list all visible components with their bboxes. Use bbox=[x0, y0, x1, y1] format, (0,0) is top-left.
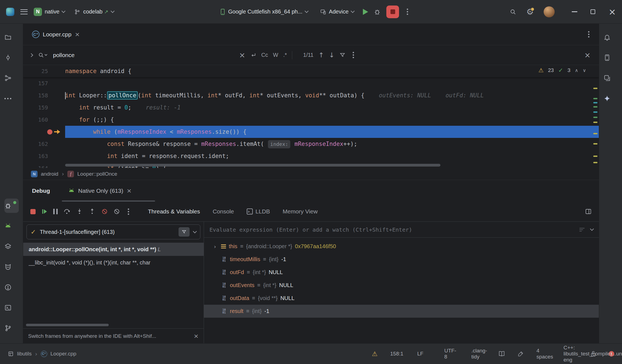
main-menu-button[interactable] bbox=[20, 9, 28, 14]
indent-widget[interactable]: 4 spaces bbox=[536, 347, 551, 361]
toolchain-widget[interactable]: C++: libutils_test_compile|...unk_stagin… bbox=[563, 347, 578, 361]
debug-tab-console[interactable]: Console bbox=[213, 208, 234, 215]
code-line[interactable]: 158int Looper::pollOnce(int timeoutMilli… bbox=[23, 89, 599, 101]
status-file[interactable]: Looper.cpp bbox=[50, 351, 76, 357]
close-find-bar-icon[interactable]: × bbox=[584, 51, 591, 59]
evaluate-expression-input[interactable]: Evaluate expression (Enter) or add a wat… bbox=[204, 222, 599, 238]
debug-tab-threads-variables[interactable]: Threads & Variables bbox=[148, 208, 200, 215]
file-encoding[interactable]: UTF-8 bbox=[444, 347, 459, 361]
stop-button[interactable] bbox=[386, 6, 399, 18]
stripe-mark[interactable] bbox=[593, 88, 597, 89]
newline-icon[interactable] bbox=[250, 52, 256, 58]
sidebar-item-more[interactable] bbox=[4, 91, 19, 106]
pause-button[interactable] bbox=[53, 209, 58, 214]
code-line[interactable]: 159 int result = 0;result: -1 bbox=[23, 101, 599, 114]
filter-icon[interactable] bbox=[339, 52, 345, 58]
step-into-button[interactable] bbox=[76, 208, 83, 215]
variable-row[interactable]: 1001outEvents = {int *} NULL bbox=[204, 279, 599, 292]
debug-session-tab[interactable]: Native Only (613) × bbox=[68, 188, 132, 194]
tab-strip-scrollbar[interactable] bbox=[62, 200, 155, 202]
horizontal-scrollbar[interactable] bbox=[65, 164, 440, 167]
layout-settings-button[interactable] bbox=[585, 208, 592, 215]
project-widget[interactable]: N native bbox=[30, 5, 68, 18]
sidebar-item-gemini[interactable] bbox=[604, 91, 618, 106]
status-warning-icon[interactable]: ⚠ bbox=[372, 350, 378, 357]
words-toggle[interactable]: W bbox=[273, 52, 278, 58]
sidebar-item-logcat[interactable] bbox=[4, 260, 19, 274]
settings-button[interactable]: ⚙ bbox=[526, 8, 534, 16]
sidebar-item-notifications[interactable] bbox=[604, 30, 618, 44]
stripe-mark[interactable] bbox=[593, 117, 597, 118]
sidebar-item-terminal[interactable] bbox=[4, 301, 19, 315]
line-gutter[interactable] bbox=[23, 126, 65, 138]
resume-button[interactable] bbox=[41, 208, 48, 215]
frames-horizontal-scrollbar[interactable] bbox=[26, 324, 109, 326]
stripe-mark[interactable] bbox=[593, 106, 597, 108]
sidebar-item-version-control[interactable] bbox=[4, 321, 19, 335]
reader-mode-icon[interactable] bbox=[498, 351, 505, 357]
match-case-toggle[interactable]: Cc bbox=[261, 52, 268, 58]
debug-stop-button[interactable] bbox=[30, 209, 36, 214]
highlighting-level-icon[interactable] bbox=[518, 351, 524, 357]
debug-tab-memory-view[interactable]: Memory View bbox=[283, 208, 318, 215]
view-breakpoints-button[interactable] bbox=[101, 208, 108, 215]
frames-filter-button[interactable] bbox=[179, 227, 190, 237]
window-close-button[interactable]: × bbox=[608, 7, 616, 16]
inspections-widget[interactable]: ⚠ 23 ✓ 3 ∧ ∨ bbox=[538, 67, 586, 74]
code-line[interactable]: 157 bbox=[23, 77, 599, 89]
expand-chevron-icon[interactable]: › bbox=[212, 243, 218, 250]
tab-close-icon[interactable]: × bbox=[75, 31, 80, 38]
run-config-selector[interactable]: Adevice bbox=[317, 6, 357, 17]
code-line[interactable]: 163 int ident = response.request.ident; bbox=[23, 150, 599, 162]
mute-breakpoints-button[interactable] bbox=[113, 208, 120, 215]
variable-row[interactable]: 1001result = {int} -1 bbox=[204, 305, 599, 318]
step-out-button[interactable] bbox=[89, 208, 96, 215]
variable-row[interactable]: 1001outFd = {int *} NULL bbox=[204, 266, 599, 279]
line-gutter[interactable]: 157 bbox=[23, 77, 65, 89]
stack-frame-row[interactable]: android::Looper::pollOnce(int, int *, in… bbox=[23, 243, 204, 256]
window-minimize-button[interactable] bbox=[572, 11, 577, 12]
sidebar-item-problems[interactable] bbox=[4, 280, 19, 295]
search-everywhere-button[interactable] bbox=[510, 9, 516, 15]
stripe-mark[interactable] bbox=[593, 102, 597, 103]
line-gutter[interactable]: 164 bbox=[23, 162, 65, 168]
stripe-mark[interactable] bbox=[593, 156, 597, 157]
sidebar-item-structure[interactable] bbox=[4, 71, 19, 85]
previous-match-icon[interactable]: ↑ bbox=[318, 51, 324, 59]
stack-frame-row[interactable]: __libc_init(void *, void (*)(), int (*)(… bbox=[23, 256, 204, 269]
window-maximize-button[interactable] bbox=[591, 9, 595, 14]
next-problem-icon[interactable]: ∨ bbox=[583, 68, 586, 73]
vcs-branch-widget[interactable]: codelab ↗ bbox=[71, 6, 117, 17]
stripe-mark[interactable] bbox=[593, 122, 597, 123]
line-gutter[interactable]: 162 bbox=[23, 138, 65, 150]
evaluate-history-icon[interactable] bbox=[579, 227, 585, 232]
stripe-mark[interactable] bbox=[593, 162, 597, 163]
line-gutter[interactable]: 159 bbox=[23, 101, 65, 114]
debug-tab-lldb[interactable]: >_LLDB bbox=[247, 208, 270, 215]
breadcrumb-item-function[interactable]: Looper::pollOnce bbox=[77, 171, 117, 177]
find-options-kebab-icon[interactable] bbox=[353, 54, 354, 56]
error-stripe[interactable] bbox=[592, 65, 599, 168]
variable-row[interactable]: ›this = {android::Looper *} 0x7967aa146f… bbox=[204, 240, 599, 253]
breakpoint-icon[interactable] bbox=[47, 129, 52, 135]
sidebar-item-profiler[interactable] bbox=[4, 239, 19, 254]
sidebar-item-commit[interactable] bbox=[4, 50, 19, 65]
sidebar-item-debug[interactable] bbox=[4, 199, 19, 213]
prev-problem-icon[interactable]: ∧ bbox=[575, 68, 578, 73]
avatar[interactable] bbox=[544, 6, 555, 17]
find-query-input[interactable]: pollonce bbox=[53, 52, 75, 58]
variable-row[interactable]: 1001outData = {void **} NULL bbox=[204, 292, 599, 305]
find-search-icon[interactable] bbox=[38, 52, 47, 58]
line-gutter[interactable]: 158 bbox=[23, 89, 65, 101]
line-number[interactable]: 25 bbox=[23, 65, 65, 77]
sidebar-item-build-variants[interactable] bbox=[604, 71, 618, 85]
line-separator[interactable]: LF bbox=[417, 347, 432, 361]
tab-options-kebab-icon[interactable] bbox=[588, 34, 589, 35]
line-gutter[interactable]: 163 bbox=[23, 150, 65, 162]
line-gutter[interactable]: 160 bbox=[23, 114, 65, 126]
debug-button[interactable] bbox=[374, 8, 381, 15]
code-line[interactable]: 162 const Response& response = mResponse… bbox=[23, 138, 599, 150]
clang-tidy-widget[interactable]: .clang-tidy bbox=[471, 347, 486, 361]
next-match-icon[interactable]: ↓ bbox=[329, 51, 334, 59]
close-session-icon[interactable]: × bbox=[127, 188, 132, 194]
